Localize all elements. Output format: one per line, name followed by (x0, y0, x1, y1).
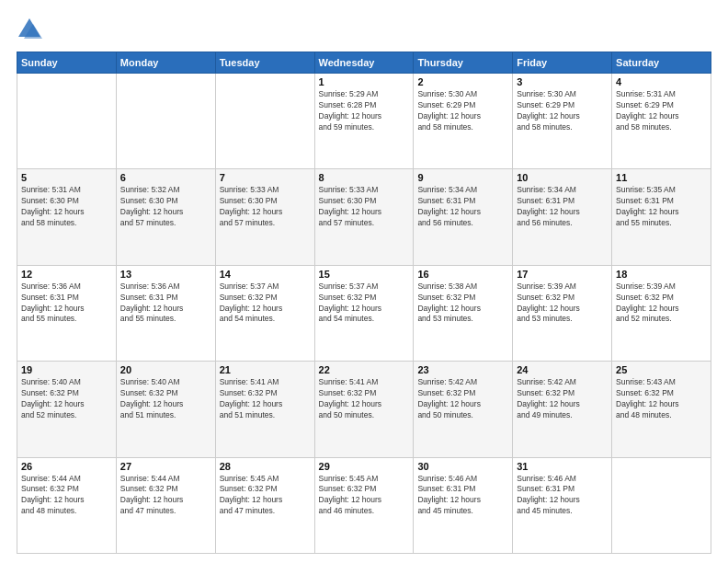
day-number: 5 (21, 172, 112, 183)
day-number: 12 (21, 269, 112, 280)
calendar-cell: 25Sunrise: 5:43 AM Sunset: 6:32 PM Dayli… (612, 362, 711, 457)
day-number: 20 (120, 364, 211, 375)
weekday-header-row: SundayMondayTuesdayWednesdayThursdayFrid… (17, 52, 711, 74)
day-info: Sunrise: 5:39 AM Sunset: 6:32 PM Dayligh… (517, 282, 608, 326)
calendar-week-row: 19Sunrise: 5:40 AM Sunset: 6:32 PM Dayli… (17, 362, 711, 457)
day-number: 2 (417, 76, 508, 87)
day-number: 16 (417, 269, 508, 280)
calendar-cell: 10Sunrise: 5:34 AM Sunset: 6:31 PM Dayli… (513, 169, 612, 265)
day-info: Sunrise: 5:31 AM Sunset: 6:30 PM Dayligh… (21, 185, 112, 229)
calendar-cell: 11Sunrise: 5:35 AM Sunset: 6:31 PM Dayli… (612, 169, 711, 265)
day-number: 29 (319, 461, 410, 472)
calendar-cell: 6Sunrise: 5:32 AM Sunset: 6:30 PM Daylig… (116, 169, 215, 265)
day-number: 9 (417, 172, 508, 183)
day-info: Sunrise: 5:45 AM Sunset: 6:32 PM Dayligh… (220, 474, 311, 518)
header (17, 17, 711, 42)
calendar-cell: 21Sunrise: 5:41 AM Sunset: 6:32 PM Dayli… (215, 362, 314, 457)
calendar-cell: 16Sunrise: 5:38 AM Sunset: 6:32 PM Dayli… (414, 265, 513, 361)
day-info: Sunrise: 5:39 AM Sunset: 6:32 PM Dayligh… (616, 282, 707, 326)
weekday-header: Sunday (17, 52, 117, 74)
day-number: 6 (120, 172, 211, 183)
calendar-cell: 20Sunrise: 5:40 AM Sunset: 6:32 PM Dayli… (116, 362, 215, 457)
day-number: 7 (220, 172, 311, 183)
calendar-cell: 14Sunrise: 5:37 AM Sunset: 6:32 PM Dayli… (215, 265, 314, 361)
calendar-week-row: 1Sunrise: 5:29 AM Sunset: 6:28 PM Daylig… (17, 74, 711, 169)
day-number: 28 (220, 461, 311, 472)
day-info: Sunrise: 5:34 AM Sunset: 6:31 PM Dayligh… (417, 185, 508, 229)
day-info: Sunrise: 5:36 AM Sunset: 6:31 PM Dayligh… (120, 282, 211, 326)
day-info: Sunrise: 5:29 AM Sunset: 6:28 PM Dayligh… (319, 89, 410, 133)
day-number: 26 (21, 461, 112, 472)
day-number: 23 (417, 364, 508, 375)
day-number: 30 (417, 461, 508, 472)
calendar-cell: 30Sunrise: 5:46 AM Sunset: 6:31 PM Dayli… (414, 457, 513, 553)
day-number: 3 (517, 76, 608, 87)
day-number: 18 (616, 269, 707, 280)
day-info: Sunrise: 5:44 AM Sunset: 6:32 PM Dayligh… (120, 474, 211, 518)
calendar-cell: 19Sunrise: 5:40 AM Sunset: 6:32 PM Dayli… (17, 362, 117, 457)
day-info: Sunrise: 5:46 AM Sunset: 6:31 PM Dayligh… (517, 474, 608, 518)
calendar-cell (17, 74, 117, 169)
day-number: 1 (319, 76, 410, 87)
calendar-week-row: 26Sunrise: 5:44 AM Sunset: 6:32 PM Dayli… (17, 457, 711, 553)
day-number: 11 (616, 172, 707, 183)
calendar-cell: 27Sunrise: 5:44 AM Sunset: 6:32 PM Dayli… (116, 457, 215, 553)
day-number: 24 (517, 364, 608, 375)
calendar-cell: 1Sunrise: 5:29 AM Sunset: 6:28 PM Daylig… (314, 74, 414, 169)
day-info: Sunrise: 5:33 AM Sunset: 6:30 PM Dayligh… (220, 185, 311, 229)
calendar-cell: 8Sunrise: 5:33 AM Sunset: 6:30 PM Daylig… (314, 169, 414, 265)
day-info: Sunrise: 5:37 AM Sunset: 6:32 PM Dayligh… (319, 282, 410, 326)
day-info: Sunrise: 5:44 AM Sunset: 6:32 PM Dayligh… (21, 474, 112, 518)
day-info: Sunrise: 5:35 AM Sunset: 6:31 PM Dayligh… (616, 185, 707, 229)
calendar-cell: 4Sunrise: 5:31 AM Sunset: 6:29 PM Daylig… (612, 74, 711, 169)
day-number: 31 (517, 461, 608, 472)
calendar-week-row: 12Sunrise: 5:36 AM Sunset: 6:31 PM Dayli… (17, 265, 711, 361)
day-info: Sunrise: 5:31 AM Sunset: 6:29 PM Dayligh… (616, 89, 707, 133)
day-info: Sunrise: 5:46 AM Sunset: 6:31 PM Dayligh… (417, 474, 508, 518)
day-info: Sunrise: 5:41 AM Sunset: 6:32 PM Dayligh… (220, 377, 311, 421)
calendar-cell: 18Sunrise: 5:39 AM Sunset: 6:32 PM Dayli… (612, 265, 711, 361)
weekday-header: Tuesday (215, 52, 314, 74)
calendar-week-row: 5Sunrise: 5:31 AM Sunset: 6:30 PM Daylig… (17, 169, 711, 265)
weekday-header: Monday (116, 52, 215, 74)
day-number: 14 (220, 269, 311, 280)
calendar-cell (215, 74, 314, 169)
calendar-cell: 26Sunrise: 5:44 AM Sunset: 6:32 PM Dayli… (17, 457, 117, 553)
day-info: Sunrise: 5:42 AM Sunset: 6:32 PM Dayligh… (417, 377, 508, 421)
day-info: Sunrise: 5:42 AM Sunset: 6:32 PM Dayligh… (517, 377, 608, 421)
day-info: Sunrise: 5:33 AM Sunset: 6:30 PM Dayligh… (319, 185, 410, 229)
day-number: 13 (120, 269, 211, 280)
calendar-cell (116, 74, 215, 169)
day-info: Sunrise: 5:34 AM Sunset: 6:31 PM Dayligh… (517, 185, 608, 229)
weekday-header: Wednesday (314, 52, 414, 74)
day-info: Sunrise: 5:32 AM Sunset: 6:30 PM Dayligh… (120, 185, 211, 229)
day-info: Sunrise: 5:30 AM Sunset: 6:29 PM Dayligh… (417, 89, 508, 133)
day-number: 25 (616, 364, 707, 375)
day-number: 22 (319, 364, 410, 375)
calendar-cell: 2Sunrise: 5:30 AM Sunset: 6:29 PM Daylig… (414, 74, 513, 169)
calendar-cell: 29Sunrise: 5:45 AM Sunset: 6:32 PM Dayli… (314, 457, 414, 553)
calendar-cell: 28Sunrise: 5:45 AM Sunset: 6:32 PM Dayli… (215, 457, 314, 553)
weekday-header: Friday (513, 52, 612, 74)
day-info: Sunrise: 5:37 AM Sunset: 6:32 PM Dayligh… (220, 282, 311, 326)
day-number: 10 (517, 172, 608, 183)
day-info: Sunrise: 5:43 AM Sunset: 6:32 PM Dayligh… (616, 377, 707, 421)
day-info: Sunrise: 5:45 AM Sunset: 6:32 PM Dayligh… (319, 474, 410, 518)
calendar-cell: 15Sunrise: 5:37 AM Sunset: 6:32 PM Dayli… (314, 265, 414, 361)
calendar-cell (612, 457, 711, 553)
day-number: 4 (616, 76, 707, 87)
weekday-header: Thursday (414, 52, 513, 74)
calendar-cell: 13Sunrise: 5:36 AM Sunset: 6:31 PM Dayli… (116, 265, 215, 361)
day-info: Sunrise: 5:38 AM Sunset: 6:32 PM Dayligh… (417, 282, 508, 326)
day-number: 8 (319, 172, 410, 183)
day-info: Sunrise: 5:30 AM Sunset: 6:29 PM Dayligh… (517, 89, 608, 133)
calendar-cell: 5Sunrise: 5:31 AM Sunset: 6:30 PM Daylig… (17, 169, 117, 265)
page: SundayMondayTuesdayWednesdayThursdayFrid… (0, 0, 728, 563)
calendar: SundayMondayTuesdayWednesdayThursdayFrid… (17, 52, 711, 554)
day-number: 21 (220, 364, 311, 375)
day-info: Sunrise: 5:40 AM Sunset: 6:32 PM Dayligh… (120, 377, 211, 421)
calendar-cell: 24Sunrise: 5:42 AM Sunset: 6:32 PM Dayli… (513, 362, 612, 457)
day-info: Sunrise: 5:41 AM Sunset: 6:32 PM Dayligh… (319, 377, 410, 421)
calendar-cell: 17Sunrise: 5:39 AM Sunset: 6:32 PM Dayli… (513, 265, 612, 361)
logo (17, 17, 46, 42)
